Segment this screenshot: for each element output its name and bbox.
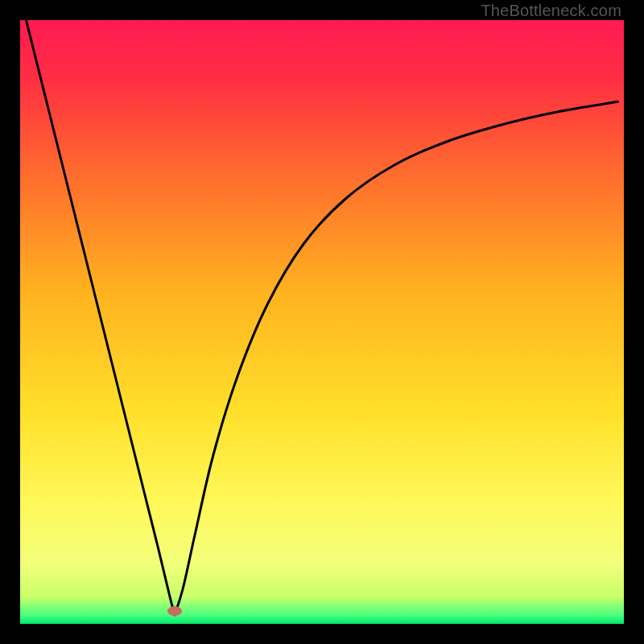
curve-right-branch [175,101,618,615]
watermark-text: TheBottleneck.com [481,2,621,20]
curve-left-branch [27,20,175,615]
optimum-marker [167,606,182,616]
bottleneck-curve [20,20,624,624]
chart-frame [20,20,624,624]
